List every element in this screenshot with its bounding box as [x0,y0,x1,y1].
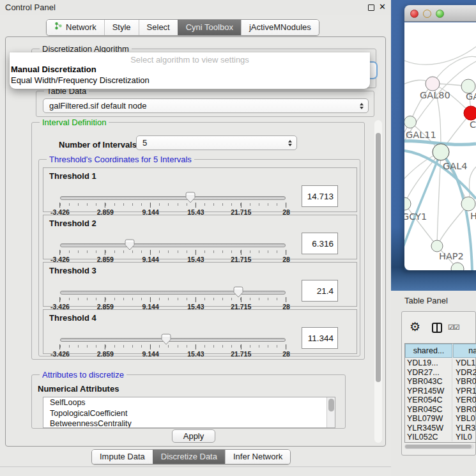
bottom-tab-bar: Impute Data Discretize Data Infer Networ… [91,449,291,464]
attributes-list[interactable]: SelfLoops TopologicalCoefficient Between… [43,397,335,428]
bottom-tab[interactable]: Discretize Data [153,450,225,464]
bottom-tab-label: Impute Data [100,450,145,464]
thresholds-group: Threshold's Coordinates for 5 Intervals … [38,159,360,357]
top-tab-label: jActiveMNodules [249,20,311,35]
network-window-titlebar[interactable] [404,5,476,22]
table-data-value: galFiltered.sif default node [49,101,146,111]
top-tab-label: Network [66,20,96,35]
threshold-value-field[interactable]: 21.4 [302,280,338,302]
group-title: Interval Definition [40,118,109,127]
combo-arrows-icon [288,140,292,146]
close-icon[interactable]: ✕ [379,2,386,12]
columns-icon[interactable] [432,323,442,333]
bottom-tab-label: Infer Network [233,450,282,464]
table-panel: Table Panel ⚙ ☑☑ shared... name YDL19...… [391,291,476,476]
table-header-row: shared... name [405,344,476,358]
bottom-tab[interactable]: Infer Network [225,450,290,464]
table-row[interactable]: YBL079W YBL0 [405,414,476,424]
group-title: Threshold's Coordinates for 5 Intervals [47,155,194,164]
svg-text:GAL80: GAL80 [420,90,450,100]
slider-ticks: -3.426 2.859 9.144 15.43 21.715 28 [60,344,286,358]
list-scrollbar[interactable] [326,397,335,427]
gear-icon[interactable]: ⚙ [410,319,420,334]
threshold-label: Threshold 4 [49,313,96,323]
panel-title: Control Panel [5,3,56,12]
threshold-label: Threshold 2 [49,219,96,228]
group-title: Attributes to discretize [40,370,127,380]
attribute-item[interactable]: SelfLoops [43,397,335,408]
threshold-label: Threshold 3 [49,266,96,275]
minimize-traffic-light-icon[interactable] [423,10,431,18]
table-row[interactable]: YIL052C YIL0 [405,433,476,441]
table-row[interactable]: YBR045C YBR0 [405,405,476,415]
threshold-panel: Threshold 2 [43,215,357,259]
divider [0,466,391,467]
svg-text:GCY1: GCY1 [404,211,427,222]
top-tab[interactable]: jActiveMNodules [241,20,319,35]
settings-panel: Discretization Algorithm Select algorith… [5,36,386,447]
top-tab-bar: Network Style Select Cyni Toolbox jActiv… [46,19,319,36]
float-window-icon[interactable] [368,4,374,11]
threshold-panel: Threshold 4 [43,309,357,354]
threshold-value-field[interactable]: 6.316 [302,233,338,254]
network-canvas[interactable]: GAL80 GA C GAL11 GAL4 GCY1 H HAP2 [404,22,476,270]
top-tab-label: Select [147,20,170,35]
apply-button[interactable]: Apply [172,429,215,443]
svg-text:GA: GA [466,91,476,102]
svg-text:GAL11: GAL11 [406,130,436,140]
top-tab-label: Style [112,20,131,35]
control-panel: Control Panel ✕ Network [0,0,391,476]
attribute-item[interactable]: BetweennessCentrality [43,418,335,428]
interval-definition-group: Interval Definition Number of Intervals … [31,122,365,360]
svg-text:H: H [470,211,476,221]
num-intervals-value: 5 [142,138,147,148]
dropdown-item[interactable]: Manual Discretization [11,65,150,74]
attributes-group: Attributes to discretize Numerical Attri… [31,374,346,429]
bottom-tab[interactable]: Impute Data [92,450,153,464]
combo-arrows-icon [360,103,364,109]
threshold-panel: Threshold 3 [43,262,357,307]
select-columns-icon[interactable]: ☑☑ [448,323,459,332]
settings-scrollbar[interactable] [374,120,382,443]
table-row[interactable]: YBR043C YBR0 [405,377,476,387]
top-tab[interactable]: Cyni Toolbox [178,20,241,35]
table-row[interactable]: YER054C YER0 [405,395,476,405]
svg-text:GAL4: GAL4 [443,161,467,171]
threshold-value-field[interactable]: 11.344 [302,327,338,349]
cytoscape-desktop: GAL80 GA C GAL11 GAL4 GCY1 H HAP2 [391,0,476,291]
network-icon [54,20,63,35]
zoom-traffic-light-icon[interactable] [436,10,444,18]
bottom-tab-label: Discretize Data [161,450,217,464]
top-tab[interactable]: Select [139,20,178,35]
table-row[interactable]: YLR345W YLR3 [405,424,476,433]
num-intervals-label: Number of Intervals [59,140,137,150]
network-view-window: GAL80 GA C GAL11 GAL4 GCY1 H HAP2 [404,5,476,270]
column-header[interactable]: name [453,344,476,358]
num-intervals-combobox[interactable]: 5 [136,135,297,150]
table-horizontal-scrollbar[interactable] [404,444,474,449]
threshold-value-field[interactable]: 14.713 [302,185,338,207]
svg-text:C: C [470,119,476,130]
top-tab[interactable]: Network [47,20,104,35]
numerical-attributes-label: Numerical Attributes [38,384,119,394]
table-panel-body: ⚙ ☑☑ shared... name YDL19... YDL1 YDR27.… [401,311,476,456]
threshold-label: Threshold 1 [49,171,96,181]
table-row[interactable]: YDL19... YDL1 [405,358,476,368]
table-row[interactable]: YDR27... YDR2 [405,368,476,378]
column-header[interactable]: shared... [405,344,452,358]
table-row[interactable]: YPR145W YPR1 [405,387,476,396]
table-panel-title: Table Panel [404,296,448,305]
dropdown-items: Manual Discretization Equal Width/Freque… [11,65,150,85]
table-data-group: Table Data galFiltered.sif default node [36,91,374,117]
svg-text:HAP2: HAP2 [439,251,464,261]
control-panel-titlebar: Control Panel ✕ [0,0,391,15]
top-tab-label: Cyni Toolbox [186,20,233,35]
table-data-combobox[interactable]: galFiltered.sif default node [43,98,369,113]
attribute-item[interactable]: TopologicalCoefficient [43,408,335,419]
close-traffic-light-icon[interactable] [410,10,418,18]
table-rows: YDL19... YDL1 YDR27... YDR2 YBR043C YBR0 [405,358,476,441]
dropdown-prompt: Select algorithm to view settings [10,55,370,65]
threshold-panel: Threshold 1 [43,167,357,212]
top-tab[interactable]: Style [104,20,139,35]
dropdown-item[interactable]: Equal Width/Frequency Discretization [11,76,150,85]
